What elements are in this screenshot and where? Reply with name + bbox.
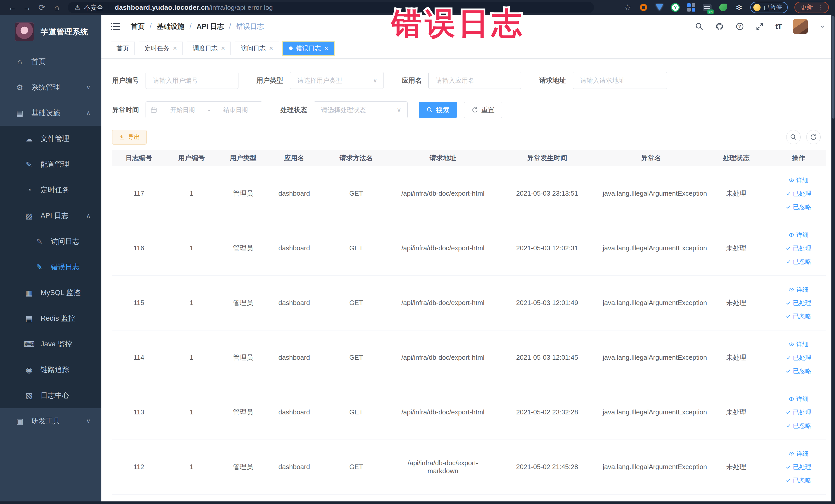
user-avatar[interactable]	[793, 19, 808, 34]
breadcrumb-home[interactable]: 首页	[131, 22, 144, 31]
mark-processed-link[interactable]: 已处理	[773, 296, 824, 310]
sidebar-item-mysql[interactable]: ▦MySQL 监控	[0, 280, 101, 305]
fullscreen-icon[interactable]	[755, 22, 764, 31]
refresh-icon	[471, 106, 478, 113]
help-icon[interactable]	[735, 22, 744, 31]
briefcase-icon: ▣	[14, 417, 25, 426]
scrollbar-thumb[interactable]	[832, 16, 834, 119]
app-logo-row[interactable]: 芋道管理系统	[0, 15, 101, 49]
sidebar-item-system[interactable]: ⚙系统管理∨	[0, 75, 101, 100]
extensions-puzzle-icon[interactable]: ✻	[734, 3, 744, 12]
avatar-caret-icon[interactable]	[819, 23, 826, 30]
tab-home[interactable]: 首页	[110, 42, 135, 55]
search-icon[interactable]	[695, 22, 704, 31]
request-url-input[interactable]	[573, 72, 667, 89]
tab-job[interactable]: 定时任务×	[139, 42, 183, 55]
browser-forward-icon[interactable]: →	[20, 2, 34, 13]
sidebar-item-job[interactable]: ◔定时任务	[0, 177, 101, 203]
cell-method: GET	[320, 221, 393, 276]
browser-reload-icon[interactable]: ⟳	[34, 2, 49, 13]
extension-switch-on-icon[interactable]: on	[702, 3, 712, 12]
extension-blue-drop-icon[interactable]	[655, 3, 664, 12]
security-warning-icon: ⚠	[75, 4, 80, 12]
mark-ignored-link[interactable]: 已忽略	[773, 474, 824, 487]
sidebar-item-error-log[interactable]: ✎错误日志	[0, 254, 101, 280]
detail-link[interactable]: 详细	[773, 447, 824, 460]
close-icon[interactable]: ×	[269, 45, 273, 52]
profile-paused-badge[interactable]: 已暂停	[750, 2, 788, 13]
chevron-down-icon: ∨	[396, 106, 401, 114]
browser-menu-kebab-icon[interactable]: ⋮	[817, 4, 824, 12]
refresh-table-button[interactable]	[806, 130, 821, 144]
sidebar-item-infra[interactable]: ▤基础设施∧	[0, 100, 101, 126]
browser-scrollbar[interactable]	[831, 15, 835, 504]
reset-button[interactable]: 重置	[464, 102, 502, 118]
layers-icon: ▤	[24, 314, 34, 323]
extension-green-y-icon[interactable]: Y	[671, 3, 680, 12]
search-button[interactable]: 搜索	[419, 102, 457, 118]
mark-processed-link[interactable]: 已处理	[773, 460, 824, 474]
collapse-sidebar-icon[interactable]	[110, 22, 120, 31]
close-icon[interactable]: ×	[173, 45, 177, 52]
log-icon: ▨	[24, 211, 34, 220]
cell-log-id: 112	[112, 440, 166, 494]
extension-grid-icon[interactable]	[687, 3, 696, 12]
sidebar-item-redis[interactable]: ▤Redis 监控	[0, 305, 101, 331]
table-row: 115 1 管理员 dashboard GET /api/infra/db-do…	[112, 276, 826, 330]
browser-back-icon[interactable]: ←	[5, 2, 20, 13]
bookmark-star-icon[interactable]: ☆	[623, 3, 632, 12]
mark-ignored-link[interactable]: 已忽略	[773, 310, 824, 323]
sidebar-item-api-log[interactable]: ▨API 日志∧	[0, 203, 101, 228]
mark-ignored-link[interactable]: 已忽略	[773, 255, 824, 268]
detail-link[interactable]: 详细	[773, 338, 824, 351]
sidebar-item-trace[interactable]: ◉链路追踪	[0, 357, 101, 383]
mark-processed-link[interactable]: 已处理	[773, 406, 824, 419]
sidebar-item-home[interactable]: ⌂首页	[0, 49, 101, 75]
sidebar-item-log-center[interactable]: ▧日志中心	[0, 383, 101, 408]
export-button[interactable]: 导出	[112, 130, 147, 144]
mark-ignored-link[interactable]: 已忽略	[773, 364, 824, 378]
close-icon[interactable]: ×	[221, 45, 225, 52]
detail-link[interactable]: 详细	[773, 392, 824, 406]
detail-link[interactable]: 详细	[773, 283, 824, 296]
mark-ignored-link[interactable]: 已忽略	[773, 200, 824, 214]
cell-app-name: dashboard	[269, 330, 320, 385]
app-name-input[interactable]	[428, 72, 521, 89]
user-id-input[interactable]	[145, 72, 239, 89]
detail-link[interactable]: 详细	[773, 174, 824, 187]
cell-app-name: dashboard	[269, 221, 320, 276]
close-icon[interactable]: ×	[324, 45, 328, 52]
user-type-select[interactable]: 请选择用户类型 ∨	[290, 72, 384, 89]
font-size-icon[interactable]: tT	[775, 22, 781, 31]
sidebar-item-config[interactable]: ✎配置管理	[0, 152, 101, 177]
browser-update-button[interactable]: 更新 ⋮	[794, 2, 829, 13]
sidebar-item-dev-tools[interactable]: ▣研发工具∨	[0, 408, 101, 434]
extension-leaf-icon[interactable]	[718, 3, 728, 12]
github-icon[interactable]	[715, 22, 724, 31]
tab-access-log[interactable]: 访问日志×	[235, 42, 279, 55]
mark-ignored-link[interactable]: 已忽略	[773, 419, 824, 432]
tab-job-log[interactable]: 调度日志×	[187, 42, 231, 55]
date-range-picker[interactable]: 开始日期 - 结束日期	[145, 101, 262, 118]
sidebar-item-file[interactable]: ☁文件管理	[0, 126, 101, 152]
toggle-search-button[interactable]	[786, 130, 801, 144]
detail-link[interactable]: 详细	[773, 228, 824, 242]
breadcrumb: 首页 / 基础设施 / API 日志 / 错误日志	[131, 22, 264, 31]
cell-request-url: /api/infra/db-doc/export-html	[393, 276, 493, 330]
extension-orange-ring-icon[interactable]	[639, 3, 648, 12]
sidebar-item-access-log[interactable]: ✎访问日志	[0, 228, 101, 254]
mark-processed-link[interactable]: 已处理	[773, 351, 824, 364]
process-status-select[interactable]: 请选择处理状态 ∨	[314, 101, 408, 118]
cell-exception-time: 2021-05-03 12:01:45	[493, 330, 601, 385]
main-area: 首页 / 基础设施 / API 日志 / 错误日志 tT 首页 定时任务× 调度…	[101, 15, 835, 504]
mark-processed-link[interactable]: 已处理	[773, 242, 824, 255]
browser-home-icon[interactable]: ⌂	[49, 2, 64, 13]
address-bar[interactable]: ⚠ 不安全 dashboard.yudao.iocoder.cn/infra/l…	[68, 2, 594, 13]
breadcrumb-api-log[interactable]: API 日志	[197, 22, 224, 31]
breadcrumb-infra[interactable]: 基础设施	[157, 22, 185, 31]
tab-error-log[interactable]: 错误日志×	[283, 42, 334, 55]
mark-processed-link[interactable]: 已处理	[773, 187, 824, 200]
eye-icon: ◉	[24, 365, 34, 374]
col-exception-name: 异常名	[601, 150, 701, 166]
sidebar-item-java[interactable]: ⌨Java 监控	[0, 331, 101, 357]
